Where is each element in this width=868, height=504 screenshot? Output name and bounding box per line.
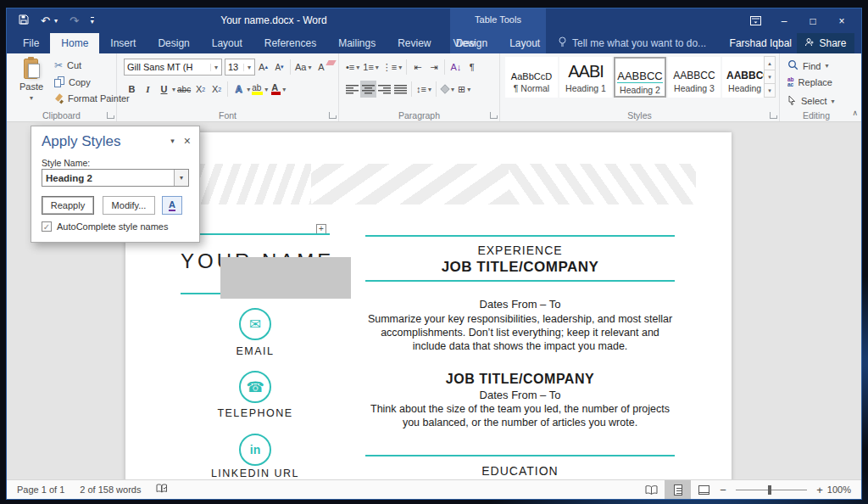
word-count[interactable]: 2 of 158 words: [80, 484, 141, 495]
redo-icon[interactable]: ↷: [70, 14, 79, 27]
numbering-button[interactable]: 1≡▾: [361, 59, 381, 76]
save-icon[interactable]: [19, 14, 29, 27]
subscript-button[interactable]: X2: [192, 81, 209, 98]
find-button[interactable]: Find ▾: [787, 59, 828, 72]
tab-design[interactable]: Design: [147, 33, 200, 53]
decrease-indent-button[interactable]: ⇤: [409, 59, 426, 76]
tab-table-design[interactable]: Design: [445, 33, 498, 53]
show-formatting-marks-button[interactable]: ¶: [464, 59, 480, 76]
align-right-button[interactable]: [376, 81, 392, 98]
zoom-percentage[interactable]: 100%: [826, 484, 861, 495]
underline-button[interactable]: U: [156, 81, 172, 98]
print-layout-button[interactable]: [665, 480, 691, 499]
clear-formatting-button[interactable]: A: [313, 59, 329, 76]
autocomplete-checkbox-row[interactable]: ✓ AutoComplete style names: [42, 221, 168, 232]
cut-button[interactable]: ✂ Cut: [54, 59, 81, 71]
text-effects-button[interactable]: A: [231, 81, 247, 98]
page-indicator[interactable]: Page 1 of 1: [17, 484, 64, 495]
ribbon-display-options-icon[interactable]: [741, 8, 770, 33]
dialog-close-icon[interactable]: ×: [184, 134, 191, 148]
education-heading[interactable]: EDUCATION: [365, 464, 675, 478]
style-normal[interactable]: AaBbCcD ¶ Normal: [505, 57, 558, 98]
styles-scroll-down-icon[interactable]: ▾: [764, 70, 776, 84]
job1-body[interactable]: Summarize your key responsibilities, lea…: [365, 312, 675, 353]
font-dialog-launcher[interactable]: [329, 112, 336, 119]
copy-button[interactable]: Copy: [54, 76, 91, 87]
telephone-label[interactable]: TELEPHONE: [181, 407, 330, 419]
multilevel-list-button[interactable]: ⋮≡▾: [381, 59, 403, 76]
highlight-button[interactable]: ab▾: [250, 81, 270, 98]
job2-body[interactable]: Think about the size of the team you led…: [365, 402, 675, 429]
zoom-in-button[interactable]: +: [814, 484, 826, 496]
replace-button[interactable]: abac Replace: [787, 77, 832, 87]
maximize-button[interactable]: □: [798, 8, 827, 33]
zoom-slider-thumb[interactable]: [768, 485, 771, 495]
reapply-button[interactable]: Reapply: [42, 196, 94, 215]
modify-button[interactable]: Modify...: [103, 196, 155, 215]
document-page[interactable]: + YOUR NAME ✉ EMAIL ☎ TELEPHONE in LINKE…: [125, 132, 732, 479]
font-name-dropdown-icon[interactable]: ▾: [210, 64, 221, 71]
style-name-combo[interactable]: Heading 2 ▾: [42, 169, 189, 187]
italic-button[interactable]: I: [140, 81, 156, 98]
sort-button[interactable]: A↓: [448, 59, 464, 76]
email-label[interactable]: EMAIL: [181, 345, 330, 357]
zoom-slider[interactable]: [736, 490, 807, 490]
bold-button[interactable]: B: [124, 81, 140, 98]
styles-scroll-up-icon[interactable]: ▴: [764, 56, 776, 70]
increase-indent-button[interactable]: ⇥: [426, 59, 442, 76]
borders-button[interactable]: ⊞▾: [456, 81, 472, 98]
line-spacing-button[interactable]: ↕≡▾: [415, 81, 433, 98]
undo-button[interactable]: ↶: [41, 14, 50, 27]
minimize-button[interactable]: –: [770, 8, 798, 33]
tell-me-box[interactable]: Tell me what you want to do...: [558, 33, 706, 53]
zoom-out-button[interactable]: −: [717, 484, 729, 496]
align-left-button[interactable]: [344, 81, 360, 98]
shading-button[interactable]: ▾: [439, 81, 456, 98]
strikethrough-button[interactable]: abc: [175, 81, 192, 98]
paragraph-dialog-launcher[interactable]: [490, 112, 497, 119]
style-heading2-selected[interactable]: AABBCC Heading 2: [614, 57, 666, 98]
font-name-combo[interactable]: Gill Sans MT (H ▾: [124, 59, 222, 76]
font-size-dropdown-icon[interactable]: ▾: [243, 64, 254, 71]
font-size-combo[interactable]: 13 ▾: [225, 59, 255, 76]
grow-font-button[interactable]: A▴: [255, 59, 271, 76]
linkedin-label[interactable]: LINKEDIN URL: [181, 468, 330, 479]
bullets-button[interactable]: •≡▾: [344, 59, 361, 76]
select-button[interactable]: Select ▾: [787, 95, 835, 107]
tab-insert[interactable]: Insert: [99, 33, 147, 53]
signed-in-user[interactable]: Farshad Iqbal: [730, 33, 792, 53]
read-mode-button[interactable]: [638, 480, 665, 499]
experience-heading[interactable]: EXPERIENCE: [365, 244, 675, 257]
style-name-dropdown-icon[interactable]: ▾: [174, 170, 188, 186]
tab-mailings[interactable]: Mailings: [327, 33, 387, 53]
styles-pane-button[interactable]: A: [162, 196, 182, 215]
customize-qat-icon[interactable]: ▾: [91, 17, 94, 25]
change-case-button[interactable]: Aa▾: [293, 59, 313, 76]
superscript-button[interactable]: X2: [209, 81, 225, 98]
tab-home[interactable]: Home: [50, 33, 99, 53]
job1-title[interactable]: JOB TITLE/COMPANY: [365, 259, 675, 276]
styles-gallery-more-icon[interactable]: ▾: [764, 83, 776, 98]
font-color-button[interactable]: A▾: [270, 81, 287, 98]
share-button[interactable]: Share: [797, 33, 854, 53]
tab-review[interactable]: Review: [387, 33, 442, 53]
shrink-font-button[interactable]: A▾: [271, 59, 287, 76]
autocomplete-checkbox[interactable]: ✓: [42, 221, 52, 232]
close-button[interactable]: ×: [827, 8, 856, 33]
collapse-ribbon-icon[interactable]: ∧: [852, 109, 858, 117]
undo-dropdown-icon[interactable]: ▾: [54, 17, 58, 25]
job2-title[interactable]: JOB TITLE/COMPANY: [365, 372, 675, 387]
web-layout-button[interactable]: [691, 480, 717, 499]
job1-dates[interactable]: Dates From – To: [365, 298, 675, 311]
paste-dropdown-icon[interactable]: ▾: [30, 94, 33, 102]
tab-references[interactable]: References: [253, 33, 327, 53]
proofing-status-icon[interactable]: [156, 484, 168, 496]
clipboard-dialog-launcher[interactable]: [107, 112, 114, 119]
paste-button[interactable]: Paste ▾: [13, 58, 50, 110]
dialog-dropdown-icon[interactable]: ▾: [170, 137, 175, 145]
justify-button[interactable]: [392, 81, 409, 98]
style-heading1[interactable]: AABI Heading 1: [559, 57, 612, 98]
style-heading3[interactable]: AABBCC Heading 3: [668, 57, 721, 98]
align-center-button[interactable]: [360, 81, 376, 98]
tab-layout[interactable]: Layout: [201, 33, 253, 53]
